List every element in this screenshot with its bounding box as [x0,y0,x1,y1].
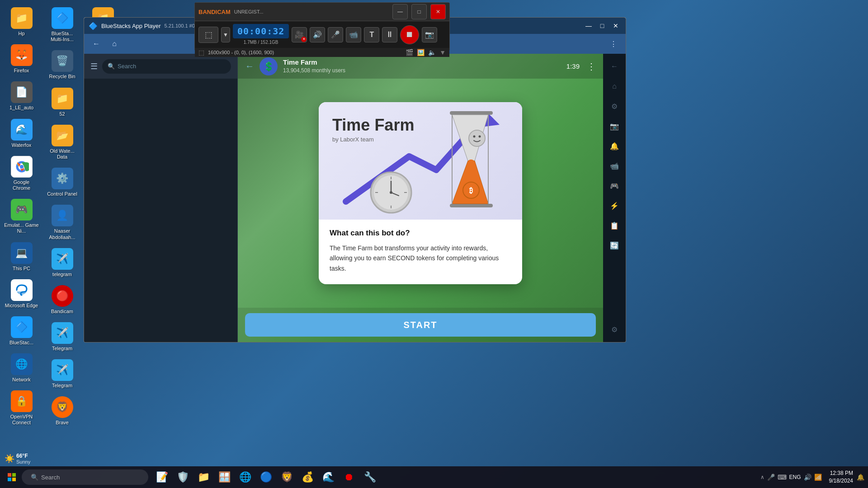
time-farm-question: What can this bot do? [330,229,511,238]
taskbar-app-note[interactable]: 📝 [152,467,172,487]
bluestacks-minimize-button[interactable]: — [583,20,594,31]
taskbar-app-settings[interactable]: 🔧 [360,467,380,487]
bs-panel-game-button[interactable]: 🎮 [606,178,623,194]
telegram-content-area: Time Farm by LaborX team [238,79,603,308]
weather-temp: 66°F [16,453,30,459]
telegram-search-bar[interactable]: 🔍 Search [102,59,231,74]
desktop-icon-old-water[interactable]: 📂 Old Wate... Data [43,122,81,163]
desktop-icon-emulator[interactable]: 🎮 Emulat... Game Ni... [2,196,41,237]
bandicam-stop-button[interactable]: ⏹ [400,25,419,44]
desktop-icon-telegram-1[interactable]: ✈️ telegram [43,245,81,280]
bs-panel-layers-button[interactable]: 📋 [606,217,623,234]
bandicam-mic-button[interactable]: 🎤 [328,27,343,42]
taskbar-app-store[interactable]: 🪟 [214,467,234,487]
tray-chevron[interactable]: ∧ [760,474,764,480]
desktop-icon-naaser[interactable]: 👤 Naaser Abdollaah... [43,202,81,243]
bs-panel-home-button[interactable]: ⌂ [606,78,623,94]
taskbar-app-chrome[interactable]: 🔵 [256,467,276,487]
bandicam-webcam-button[interactable]: 📹 [346,27,361,42]
desktop-icon-brave[interactable]: 🦁 Brave [43,394,81,428]
telegram-start-button[interactable]: START [245,313,596,337]
bandicam-expand-btn[interactable]: ▼ [439,49,446,56]
bluestacks-close-button[interactable]: ✕ [610,20,621,31]
bs-panel-notification-button[interactable]: 🔔 [606,138,623,154]
taskbar-start-button[interactable] [4,469,20,485]
bs-panel-screenshot-button[interactable]: 📷 [606,118,623,134]
taskbar-app-record[interactable]: ⏺ [339,467,359,487]
bandicam-minimize-button[interactable]: — [392,4,408,19]
telegram-bot-name: Time Farm [283,58,345,66]
bluestacks-menu-button[interactable]: ⋮ [607,37,620,51]
bandicam-text-button[interactable]: T [364,27,379,42]
taskbar-clock[interactable]: 12:38 PM 9/18/2024 [829,469,853,485]
bs-panel-video-button[interactable]: 📹 [606,158,623,174]
weather-condition: Sunny [16,459,30,465]
desktop-icon-52[interactable]: 📁 52 [43,85,81,120]
desktop-icon-google-chrome[interactable]: Google Chrome [2,153,41,194]
bandicam-audio-out-btn[interactable]: 🔈 [428,49,436,56]
bs-panel-back-button[interactable]: ← [606,58,623,75]
bandicam-screenshot-button[interactable]: 📷 [422,27,437,42]
taskbar-app-opera[interactable]: 🌊 [318,467,338,487]
desktop-icon-network[interactable]: 🌐 Network [2,351,41,385]
bandicam-bar: BANDICAM UNREGIST... — □ ✕ ⬚ ▼ 00:00:32 … [194,2,450,51]
desktop-icon-ms-edge[interactable]: Microsoft Edge [2,277,41,311]
telegram-back-button[interactable]: ← [245,61,254,71]
bandicam-close-button[interactable]: ✕ [430,4,446,19]
telegram-options-button[interactable]: ⋮ [587,61,596,72]
bluestacks-back-button[interactable]: ← [90,37,103,51]
bandicam-video-btn[interactable]: 🎬 [406,49,413,56]
bs-panel-gear-button[interactable]: ⚙ [606,321,623,338]
desktop-icon-control-panel[interactable]: ⚙️ Control Panel [43,165,81,200]
bandicam-resolution: 1600x900 - (0, 0), (1600, 900) [208,50,274,55]
bluestacks-maximize-button[interactable]: □ [597,20,608,31]
desktop-icon-recycle-bin[interactable]: 🗑️ Recycle Bin [43,47,81,82]
taskbar-search-icon: 🔍 [31,474,38,481]
bandicam-camera-settings-button[interactable]: 🎥✕ [292,27,307,42]
desktop-icon-openvpn[interactable]: 🔒 OpenVPN Connect [2,388,41,428]
tray-lang-indicator[interactable]: ENG [789,474,801,480]
desktop-icon-1le[interactable]: 📄 1_LE_auto [2,79,41,113]
telegram-menu-icon[interactable]: ☰ [90,61,98,71]
bandicam-mode-dropdown-button[interactable]: ▼ [221,27,230,42]
taskbar-notification-icon[interactable]: 🔔 [857,474,864,481]
taskbar-app-wallet[interactable]: 💰 [297,467,317,487]
bs-panel-settings-button[interactable]: ⚙ [606,98,623,114]
svg-point-11 [479,135,481,137]
taskbar-search-bar[interactable]: 🔍 Search [22,469,148,485]
taskbar-app-brave[interactable]: 🦁 [277,467,297,487]
svg-text:₿: ₿ [469,187,473,194]
telegram-bot-users: 13,904,508 monthly users [283,67,345,74]
taskbar-app-files[interactable]: 📁 [193,467,213,487]
desktop-icon-firefox[interactable]: 🦊 Firefox [2,42,41,76]
bandicam-capture-mode-button[interactable]: ⬚ [198,27,218,43]
desktop-icon-hp[interactable]: 📁 Hp [2,5,41,39]
bandicam-titlebar: BANDICAM UNREGIST... — □ ✕ [195,3,449,21]
desktop-icon-telegram-2[interactable]: ✈️ Telegram [43,319,81,354]
taskbar-right: ∧ 🎤 ⌨ ENG 🔊 📶 12:38 PM 9/18/2024 🔔 [760,469,864,485]
taskbar-app-shield[interactable]: 🛡️ [173,467,193,487]
tray-mic-icon[interactable]: 🎤 [767,474,775,481]
desktop-icon-bandicam[interactable]: 🔴 Bandicam [43,282,81,317]
svg-point-2 [20,165,24,169]
tray-keyboard-icon[interactable]: ⌨ [778,474,787,481]
bandicam-maximize-button[interactable]: □ [411,4,427,19]
desktop-icon-waterfox[interactable]: 🌊 Waterfox [2,116,41,151]
bs-panel-refresh-button[interactable]: 🔄 [606,237,623,253]
bluestacks-home-button[interactable]: ⌂ [108,37,121,51]
tray-network-icon[interactable]: 📶 [814,474,822,481]
desktop-icon-bluestacks-1[interactable]: 🔷 BlueStac... [2,314,41,348]
desktop-icon-this-pc[interactable]: 💻 This PC [2,239,41,274]
bandicam-subtitle: UNREGIST... [234,9,264,14]
tray-volume-icon[interactable]: 🔊 [804,474,811,481]
bandicam-image-btn[interactable]: 🖼️ [417,49,425,56]
desktop-icon-telegram-3[interactable]: ✈️ Telegram [43,357,81,391]
taskbar-app-edge[interactable]: 🌐 [235,467,255,487]
time-farm-description: The Time Farm bot transforms your activi… [330,243,511,273]
bs-panel-macro-button[interactable]: ⚡ [606,197,623,214]
desktop-icon-bluestacks-multi[interactable]: 🔷 BlueSta... Multi-Ins... [43,5,81,45]
weather-icon: ☀️ [5,454,14,464]
bandicam-pause-button[interactable]: ⏸ [382,27,397,42]
bandicam-audio-button[interactable]: 🔊 [310,27,325,42]
taskbar-date-display: 9/18/2024 [829,477,853,485]
